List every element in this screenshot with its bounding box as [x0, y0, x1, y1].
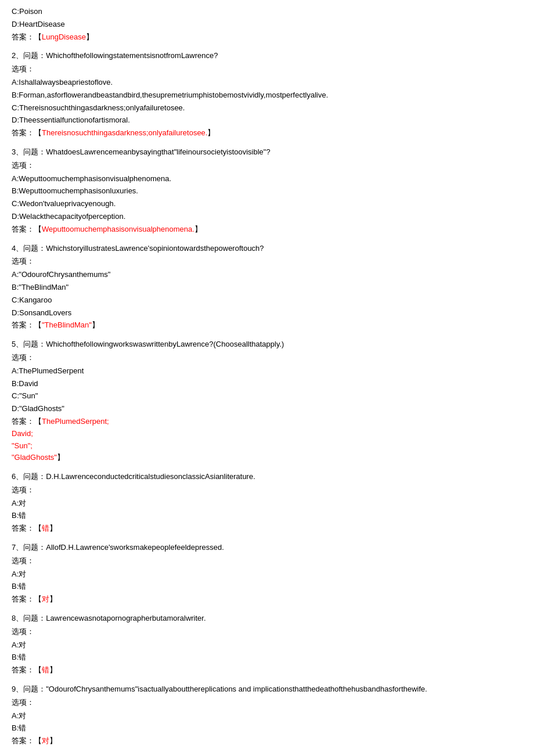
q-c2-9: 9、问题："OdourofChrysanthemums"isactuallyab…	[12, 683, 522, 747]
answer-text: "TheBlindMan"	[42, 321, 92, 329]
option-d: D:"GladGhosts"	[12, 403, 522, 415]
answer-line: 答案：【ThePlumedSerpent;David;"Sun";"GladGh…	[12, 416, 522, 464]
q-c2-7: 7、问题：AllofD.H.Lawrence'sworksmakepeoplef…	[12, 542, 522, 606]
option-b: B:"TheBlindMan"	[12, 282, 522, 294]
question-number: 7、问题：AllofD.H.Lawrence'sworksmakepeoplef…	[12, 542, 522, 554]
answer-line: 答案：【Thereisnosuchthingasdarkness;onlyafa…	[12, 127, 522, 139]
option-b: B:Forman,asforflowerandbeastandbird,thes…	[12, 89, 522, 102]
option-a: A:ThePlumedSerpent	[12, 365, 522, 377]
options-label: 选项：	[12, 626, 522, 638]
options-label: 选项：	[12, 352, 522, 364]
answer-line: 答案：【Weputtoomuchemphasisonvisualphenomen…	[12, 224, 522, 236]
question-number: 2、问题：Whichofthefollowingstatementsisnotf…	[12, 50, 522, 62]
q-c2-6: 6、问题：D.H.Lawrenceconductedcriticalstudie…	[12, 471, 522, 535]
option-a: A:对	[12, 568, 522, 581]
options-label: 选项：	[12, 255, 522, 268]
answer-text: LungDisease	[42, 33, 86, 41]
answer-text: ThePlumedSerpent;David;"Sun";"GladGhosts…	[12, 417, 109, 462]
q-c2-3: 3、问题：WhatdoesLawrencemeanbysayingthat"li…	[12, 146, 522, 236]
option-b: B:错	[12, 581, 522, 593]
page-content: C:Poison D:HeartDisease 答案：【LungDisease】…	[12, 6, 522, 756]
question-number: 4、问题：WhichstoryillustratesLawrence'sopin…	[12, 243, 522, 255]
option-d: D:Theessentialfunctionofartismoral.	[12, 114, 522, 127]
option-d: D:HeartDisease	[12, 19, 522, 31]
option-c: C:Kangaroo	[12, 294, 522, 307]
options-label: 选项：	[12, 555, 522, 567]
option-a: A:对	[12, 639, 522, 651]
answer-line: 答案：【错】	[12, 523, 522, 535]
option-c: C:Wedon'tvalueprivacyenough.	[12, 198, 522, 210]
options-label: 选项：	[12, 63, 522, 75]
option-a: A:"OdourofChrysanthemums"	[12, 269, 522, 281]
question-number: 8、问题：Lawrencewasnotapornographerbutamora…	[12, 613, 522, 625]
answer-text: 对	[42, 736, 49, 745]
option-b: B:错	[12, 510, 522, 522]
answer-text: Thereisnosuchthingasdarkness;onlyafailur…	[42, 128, 207, 137]
answer-text: 错	[42, 665, 49, 674]
answer-line: 答案：【"TheBlindMan"】	[12, 319, 522, 332]
option-b: B:错	[12, 722, 522, 735]
option-c: C:"Sun"	[12, 390, 522, 402]
answer-line: 答案：【错】	[12, 664, 522, 676]
answer-text: Weputtoomuchemphasisonvisualphenomena.	[42, 225, 194, 233]
q-c2-poison-options: C:Poison D:HeartDisease 答案：【LungDisease】	[12, 6, 522, 43]
option-b: B:错	[12, 651, 522, 664]
option-d: D:Welackthecapacityofperception.	[12, 211, 522, 223]
answer-text: 错	[42, 524, 49, 532]
option-a: A:Ishallalwaysbeapriestoflove.	[12, 77, 522, 89]
question-number: 9、问题："OdourofChrysanthemums"isactuallyab…	[12, 683, 522, 696]
option-a: A:对	[12, 498, 522, 510]
option-b: B:Weputtoomuchemphasisonluxuries.	[12, 185, 522, 197]
q-c2-2: 2、问题：Whichofthefollowingstatementsisnotf…	[12, 50, 522, 139]
option-a: A:对	[12, 710, 522, 722]
option-c: C:Poison	[12, 6, 522, 18]
q-c2-4: 4、问题：WhichstoryillustratesLawrence'sopin…	[12, 243, 522, 332]
option-d: D:SonsandLovers	[12, 307, 522, 319]
answer-text: 对	[42, 595, 49, 603]
options-label: 选项：	[12, 160, 522, 172]
options-label: 选项：	[12, 484, 522, 496]
question-number: 6、问题：D.H.Lawrenceconductedcriticalstudie…	[12, 471, 522, 483]
question-number: 3、问题：WhatdoesLawrencemeanbysayingthat"li…	[12, 146, 522, 159]
answer-line: 答案：【对】	[12, 735, 522, 747]
q-c2-8: 8、问题：Lawrencewasnotapornographerbutamora…	[12, 613, 522, 676]
answer-line: 答案：【LungDisease】	[12, 31, 522, 44]
options-label: 选项：	[12, 697, 522, 709]
option-c: C:Thereisnosuchthingasdarkness;onlyafail…	[12, 102, 522, 114]
option-a: A:Weputtoomuchemphasisonvisualphenomena.	[12, 173, 522, 185]
q-c2-5: 5、问题：Whichofthefollowingworkswaswrittenb…	[12, 339, 522, 464]
option-b: B:David	[12, 378, 522, 390]
answer-line: 答案：【对】	[12, 593, 522, 606]
question-number: 5、问题：Whichofthefollowingworkswaswrittenb…	[12, 339, 522, 351]
